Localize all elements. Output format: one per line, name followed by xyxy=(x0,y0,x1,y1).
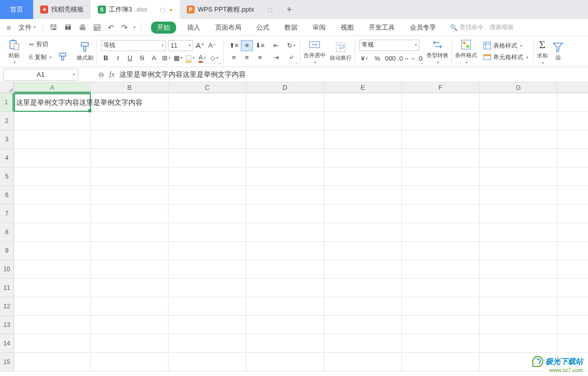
row-header-2[interactable]: 2 xyxy=(0,112,14,130)
cell[interactable] xyxy=(169,112,246,130)
cell[interactable] xyxy=(14,186,91,204)
cell[interactable] xyxy=(246,242,324,260)
row-header-8[interactable]: 8 xyxy=(0,223,14,242)
ppt-tab[interactable]: P WPS PPT教程.pptx ▢ xyxy=(180,0,279,19)
window-icon[interactable]: ▢ xyxy=(267,7,272,13)
cell[interactable] xyxy=(402,112,480,130)
tab-dev[interactable]: 开发工具 xyxy=(365,22,399,34)
cell[interactable] xyxy=(14,279,91,297)
table-style-button[interactable]: 表格样式 xyxy=(482,41,529,51)
cell[interactable] xyxy=(246,93,324,111)
cell[interactable] xyxy=(402,297,480,315)
cell[interactable] xyxy=(246,297,324,315)
cell[interactable] xyxy=(324,334,402,352)
tab-vip[interactable]: 会员专享 xyxy=(406,22,440,34)
cell[interactable] xyxy=(402,205,480,223)
cell[interactable] xyxy=(14,316,91,334)
name-box[interactable]: A1 xyxy=(3,69,78,81)
cell[interactable] xyxy=(324,205,402,223)
cell[interactable] xyxy=(14,112,91,130)
type-convert-button[interactable]: 类型转换 xyxy=(424,39,451,65)
cell[interactable] xyxy=(246,334,324,352)
format-painter-big[interactable]: 格式刷 xyxy=(75,41,95,62)
cell[interactable] xyxy=(246,223,324,241)
cell[interactable] xyxy=(91,242,169,260)
cell[interactable] xyxy=(480,149,557,167)
cell[interactable] xyxy=(324,260,402,278)
cell[interactable] xyxy=(91,297,169,315)
row-header-12[interactable]: 12 xyxy=(0,297,14,316)
increase-font-icon[interactable]: A⁺ xyxy=(195,41,205,51)
save-icon[interactable]: 🖫 xyxy=(48,23,59,32)
col-header-G[interactable]: G xyxy=(480,82,557,93)
print-icon[interactable]: 🖶 xyxy=(77,23,88,32)
select-all-corner[interactable] xyxy=(0,82,14,93)
cell[interactable] xyxy=(14,353,91,371)
cell[interactable] xyxy=(480,334,557,352)
cell[interactable] xyxy=(246,279,324,297)
cell[interactable] xyxy=(91,279,169,297)
font-dialog-launcher[interactable]: ⌐ xyxy=(219,61,221,66)
cell[interactable] xyxy=(91,130,169,148)
number-dialog-launcher[interactable]: ⌐ xyxy=(421,61,423,66)
align-bottom-icon[interactable]: ⬇≡ xyxy=(254,40,266,51)
comma-icon[interactable]: 000 xyxy=(385,54,395,64)
cell[interactable] xyxy=(402,279,480,297)
merge-button[interactable]: 合并居中 xyxy=(302,39,328,65)
decrease-indent-icon[interactable]: ⇤ xyxy=(271,41,281,51)
cell[interactable] xyxy=(91,316,169,334)
home-tab[interactable]: 首页 xyxy=(0,0,33,19)
cell[interactable] xyxy=(324,186,402,204)
command-search[interactable]: 🔍 查找命令、搜索模板 xyxy=(450,23,514,32)
file-menu[interactable]: 文件▾ xyxy=(17,22,38,33)
workbook-tab[interactable]: S 工作簿3.xlsx ▢ ● xyxy=(91,0,180,19)
tab-formula[interactable]: 公式 xyxy=(252,22,273,34)
cell[interactable] xyxy=(14,130,91,148)
cell[interactable] xyxy=(14,167,91,185)
row-header-10[interactable]: 10 xyxy=(0,260,14,279)
cell[interactable] xyxy=(14,297,91,315)
cell[interactable] xyxy=(480,316,557,334)
tab-insert[interactable]: 插入 xyxy=(183,22,204,34)
cell[interactable] xyxy=(14,223,91,241)
cell[interactable] xyxy=(169,260,246,278)
cell[interactable] xyxy=(91,260,169,278)
row-header-15[interactable]: 15 xyxy=(0,353,14,371)
cell[interactable] xyxy=(402,242,480,260)
cell[interactable] xyxy=(402,186,480,204)
cell[interactable] xyxy=(480,205,557,223)
row-header-5[interactable]: 5 xyxy=(0,167,14,186)
cell[interactable] xyxy=(402,167,480,185)
cell[interactable] xyxy=(324,279,402,297)
cell[interactable] xyxy=(402,223,480,241)
hamburger-icon[interactable]: ≡ xyxy=(5,23,13,32)
tab-view[interactable]: 视图 xyxy=(337,22,358,34)
cell[interactable] xyxy=(480,279,557,297)
cell[interactable] xyxy=(246,316,324,334)
tab-review[interactable]: 审阅 xyxy=(309,22,330,34)
conditional-format-button[interactable]: 条件格式 xyxy=(453,39,479,65)
cell[interactable] xyxy=(169,186,246,204)
row-header-9[interactable]: 9 xyxy=(0,242,14,260)
cell[interactable] xyxy=(91,112,169,130)
row-header-11[interactable]: 11 xyxy=(0,279,14,297)
font-name-select[interactable]: 等线▾ xyxy=(101,40,166,51)
new-tab-button[interactable]: + xyxy=(279,0,300,19)
cell[interactable] xyxy=(402,353,480,371)
col-header-F[interactable]: F xyxy=(402,82,480,93)
bold-button[interactable]: B xyxy=(101,53,111,63)
cell[interactable] xyxy=(14,242,91,260)
cell[interactable] xyxy=(169,223,246,241)
cell[interactable] xyxy=(169,316,246,334)
cell[interactable] xyxy=(91,205,169,223)
fx-icon[interactable]: fx xyxy=(109,71,114,79)
cell[interactable] xyxy=(402,93,480,111)
tab-layout[interactable]: 页面布局 xyxy=(211,22,245,34)
cell[interactable] xyxy=(480,93,557,111)
number-format-select[interactable]: 常规▾ xyxy=(359,40,419,51)
row-header-4[interactable]: 4 xyxy=(0,149,14,167)
cell[interactable] xyxy=(324,93,402,111)
redo-icon[interactable]: ↷ xyxy=(120,23,129,32)
tab-start[interactable]: 开始 xyxy=(151,22,176,34)
cell[interactable] xyxy=(14,205,91,223)
